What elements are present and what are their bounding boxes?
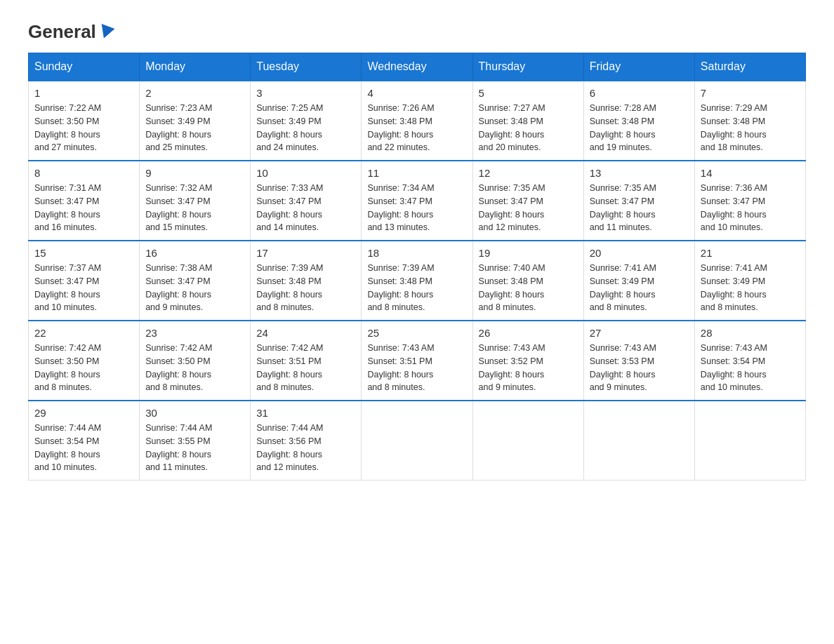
day-info: Sunrise: 7:34 AMSunset: 3:47 PMDaylight:… <box>367 182 466 234</box>
day-info: Sunrise: 7:25 AMSunset: 3:49 PMDaylight:… <box>256 102 355 154</box>
calendar-cell: 27 Sunrise: 7:43 AMSunset: 3:53 PMDaylig… <box>583 321 694 401</box>
calendar-cell: 21 Sunrise: 7:41 AMSunset: 3:49 PMDaylig… <box>694 241 805 321</box>
day-number: 31 <box>256 407 355 419</box>
day-info: Sunrise: 7:36 AMSunset: 3:47 PMDaylight:… <box>701 182 800 234</box>
day-number: 14 <box>701 167 800 179</box>
calendar-cell: 7 Sunrise: 7:29 AMSunset: 3:48 PMDayligh… <box>694 81 805 161</box>
day-number: 15 <box>34 247 133 259</box>
weekday-header-friday: Friday <box>583 53 694 81</box>
day-info: Sunrise: 7:42 AMSunset: 3:50 PMDaylight:… <box>34 342 133 394</box>
calendar-week-row: 1 Sunrise: 7:22 AMSunset: 3:50 PMDayligh… <box>29 81 806 161</box>
weekday-header-saturday: Saturday <box>694 53 805 81</box>
calendar-week-row: 22 Sunrise: 7:42 AMSunset: 3:50 PMDaylig… <box>29 321 806 401</box>
day-info: Sunrise: 7:43 AMSunset: 3:51 PMDaylight:… <box>367 342 466 394</box>
calendar-cell: 9 Sunrise: 7:32 AMSunset: 3:47 PMDayligh… <box>140 161 251 241</box>
calendar-cell: 30 Sunrise: 7:44 AMSunset: 3:55 PMDaylig… <box>140 401 251 481</box>
calendar-cell: 2 Sunrise: 7:23 AMSunset: 3:49 PMDayligh… <box>140 81 251 161</box>
calendar-cell: 12 Sunrise: 7:35 AMSunset: 3:47 PMDaylig… <box>472 161 583 241</box>
day-number: 17 <box>256 247 355 259</box>
day-number: 20 <box>590 247 689 259</box>
day-number: 28 <box>701 327 800 339</box>
calendar-cell: 22 Sunrise: 7:42 AMSunset: 3:50 PMDaylig… <box>29 321 140 401</box>
weekday-header-tuesday: Tuesday <box>251 53 362 81</box>
day-number: 11 <box>367 167 466 179</box>
logo-general-text: General <box>28 21 96 43</box>
day-info: Sunrise: 7:29 AMSunset: 3:48 PMDaylight:… <box>701 102 800 154</box>
calendar-cell: 15 Sunrise: 7:37 AMSunset: 3:47 PMDaylig… <box>29 241 140 321</box>
day-number: 18 <box>367 247 466 259</box>
logo-triangle-icon <box>97 24 114 41</box>
day-number: 25 <box>367 327 466 339</box>
calendar-cell: 13 Sunrise: 7:35 AMSunset: 3:47 PMDaylig… <box>583 161 694 241</box>
calendar-cell: 20 Sunrise: 7:41 AMSunset: 3:49 PMDaylig… <box>583 241 694 321</box>
weekday-header-wednesday: Wednesday <box>362 53 472 81</box>
day-info: Sunrise: 7:35 AMSunset: 3:47 PMDaylight:… <box>479 182 578 234</box>
weekday-header-monday: Monday <box>140 53 251 81</box>
day-number: 12 <box>479 167 578 179</box>
day-info: Sunrise: 7:44 AMSunset: 3:55 PMDaylight:… <box>145 422 244 474</box>
calendar-cell: 3 Sunrise: 7:25 AMSunset: 3:49 PMDayligh… <box>251 81 362 161</box>
day-number: 10 <box>256 167 355 179</box>
calendar-cell: 10 Sunrise: 7:33 AMSunset: 3:47 PMDaylig… <box>251 161 362 241</box>
day-number: 26 <box>479 327 578 339</box>
day-info: Sunrise: 7:31 AMSunset: 3:47 PMDaylight:… <box>34 182 133 234</box>
day-info: Sunrise: 7:26 AMSunset: 3:48 PMDaylight:… <box>367 102 466 154</box>
day-info: Sunrise: 7:27 AMSunset: 3:48 PMDaylight:… <box>479 102 578 154</box>
calendar-cell: 4 Sunrise: 7:26 AMSunset: 3:48 PMDayligh… <box>362 81 472 161</box>
weekday-header-thursday: Thursday <box>472 53 583 81</box>
day-info: Sunrise: 7:41 AMSunset: 3:49 PMDaylight:… <box>590 262 689 314</box>
day-number: 30 <box>145 407 244 419</box>
calendar-cell: 17 Sunrise: 7:39 AMSunset: 3:48 PMDaylig… <box>251 241 362 321</box>
day-number: 19 <box>479 247 578 259</box>
day-number: 6 <box>590 87 689 99</box>
day-number: 27 <box>590 327 689 339</box>
calendar-cell: 28 Sunrise: 7:43 AMSunset: 3:54 PMDaylig… <box>694 321 805 401</box>
day-info: Sunrise: 7:39 AMSunset: 3:48 PMDaylight:… <box>367 262 466 314</box>
day-info: Sunrise: 7:37 AMSunset: 3:47 PMDaylight:… <box>34 262 133 314</box>
day-info: Sunrise: 7:23 AMSunset: 3:49 PMDaylight:… <box>145 102 244 154</box>
day-number: 21 <box>701 247 800 259</box>
day-info: Sunrise: 7:43 AMSunset: 3:52 PMDaylight:… <box>479 342 578 394</box>
day-number: 4 <box>367 87 466 99</box>
day-number: 7 <box>701 87 800 99</box>
calendar-cell: 25 Sunrise: 7:43 AMSunset: 3:51 PMDaylig… <box>362 321 472 401</box>
calendar-cell: 1 Sunrise: 7:22 AMSunset: 3:50 PMDayligh… <box>29 81 140 161</box>
weekday-header-sunday: Sunday <box>29 53 140 81</box>
day-number: 16 <box>145 247 244 259</box>
calendar-cell: 5 Sunrise: 7:27 AMSunset: 3:48 PMDayligh… <box>472 81 583 161</box>
day-number: 8 <box>34 167 133 179</box>
page-header: General <box>28 21 806 39</box>
day-number: 1 <box>34 87 133 99</box>
day-number: 3 <box>256 87 355 99</box>
calendar-cell: 6 Sunrise: 7:28 AMSunset: 3:48 PMDayligh… <box>583 81 694 161</box>
calendar-table: SundayMondayTuesdayWednesdayThursdayFrid… <box>28 53 806 481</box>
calendar-cell <box>472 401 583 481</box>
calendar-cell: 11 Sunrise: 7:34 AMSunset: 3:47 PMDaylig… <box>362 161 472 241</box>
calendar-cell: 18 Sunrise: 7:39 AMSunset: 3:48 PMDaylig… <box>362 241 472 321</box>
calendar-week-row: 15 Sunrise: 7:37 AMSunset: 3:47 PMDaylig… <box>29 241 806 321</box>
day-number: 29 <box>34 407 133 419</box>
calendar-cell <box>362 401 472 481</box>
day-number: 22 <box>34 327 133 339</box>
day-number: 23 <box>145 327 244 339</box>
day-number: 2 <box>145 87 244 99</box>
day-info: Sunrise: 7:38 AMSunset: 3:47 PMDaylight:… <box>145 262 244 314</box>
day-info: Sunrise: 7:40 AMSunset: 3:48 PMDaylight:… <box>479 262 578 314</box>
calendar-cell: 29 Sunrise: 7:44 AMSunset: 3:54 PMDaylig… <box>29 401 140 481</box>
day-info: Sunrise: 7:32 AMSunset: 3:47 PMDaylight:… <box>145 182 244 234</box>
day-info: Sunrise: 7:22 AMSunset: 3:50 PMDaylight:… <box>34 102 133 154</box>
calendar-cell: 8 Sunrise: 7:31 AMSunset: 3:47 PMDayligh… <box>29 161 140 241</box>
day-info: Sunrise: 7:44 AMSunset: 3:54 PMDaylight:… <box>34 422 133 474</box>
calendar-cell: 16 Sunrise: 7:38 AMSunset: 3:47 PMDaylig… <box>140 241 251 321</box>
calendar-cell: 26 Sunrise: 7:43 AMSunset: 3:52 PMDaylig… <box>472 321 583 401</box>
calendar-cell: 24 Sunrise: 7:42 AMSunset: 3:51 PMDaylig… <box>251 321 362 401</box>
calendar-week-row: 8 Sunrise: 7:31 AMSunset: 3:47 PMDayligh… <box>29 161 806 241</box>
day-info: Sunrise: 7:42 AMSunset: 3:51 PMDaylight:… <box>256 342 355 394</box>
calendar-week-row: 29 Sunrise: 7:44 AMSunset: 3:54 PMDaylig… <box>29 401 806 481</box>
day-info: Sunrise: 7:43 AMSunset: 3:53 PMDaylight:… <box>590 342 689 394</box>
day-info: Sunrise: 7:35 AMSunset: 3:47 PMDaylight:… <box>590 182 689 234</box>
day-info: Sunrise: 7:41 AMSunset: 3:49 PMDaylight:… <box>701 262 800 314</box>
calendar-cell: 31 Sunrise: 7:44 AMSunset: 3:56 PMDaylig… <box>251 401 362 481</box>
day-number: 13 <box>590 167 689 179</box>
day-info: Sunrise: 7:42 AMSunset: 3:50 PMDaylight:… <box>145 342 244 394</box>
